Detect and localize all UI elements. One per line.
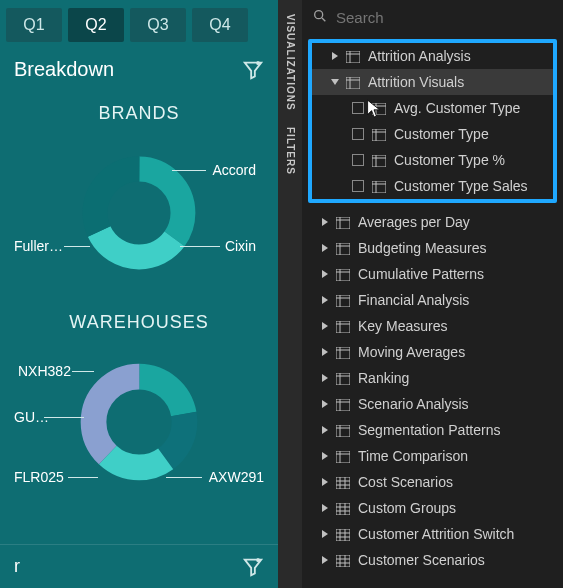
chevron-right-icon: [322, 244, 328, 252]
brands-donut-chart: Accord Cixin Fuller…: [0, 128, 278, 298]
brands-chart-title: BRANDS: [0, 103, 278, 124]
field-attrition-analysis[interactable]: Attrition Analysis: [312, 43, 553, 69]
chevron-right-icon: [322, 504, 328, 512]
field-item[interactable]: Budgeting Measures: [302, 235, 563, 261]
field-item[interactable]: Segmentation Patterns: [302, 417, 563, 443]
quarter-tabs: Q1 Q2 Q3 Q4: [0, 0, 278, 48]
checkbox[interactable]: [352, 102, 364, 114]
table-icon: [372, 102, 386, 114]
field-item[interactable]: Key Measures: [302, 313, 563, 339]
search-icon: [312, 8, 328, 27]
filter-icon[interactable]: [242, 59, 264, 81]
field-item[interactable]: Scenario Analysis: [302, 391, 563, 417]
field-label: Attrition Visuals: [368, 74, 547, 90]
field-label: Segmentation Patterns: [358, 422, 557, 438]
field-label: Customer Type: [394, 126, 547, 142]
field-label: Moving Averages: [358, 344, 557, 360]
chevron-right-icon: [322, 530, 328, 538]
svg-rect-36: [336, 295, 350, 307]
dashboard-pane: Q1 Q2 Q3 Q4 Breakdown BRANDS Accord Cixi…: [0, 0, 278, 588]
field-item[interactable]: Customer Scenarios: [302, 547, 563, 573]
fields-pane: Attrition Analysis Attrition Visuals Avg…: [302, 0, 563, 588]
checkbox[interactable]: [352, 154, 364, 166]
wh-label-flr: FLR025: [14, 469, 64, 485]
field-item[interactable]: Cost Scenarios: [302, 469, 563, 495]
svg-rect-18: [372, 129, 386, 141]
chevron-right-icon: [322, 478, 328, 486]
chevron-right-icon: [322, 452, 328, 460]
field-item[interactable]: Averages per Day: [302, 209, 563, 235]
table-icon: [372, 128, 386, 140]
svg-rect-24: [372, 181, 386, 193]
table-icon: [336, 294, 350, 306]
side-tab-strip: VISUALIZATIONS FILTERS: [278, 0, 302, 588]
svg-rect-57: [336, 477, 350, 489]
wh-label-nxh: NXH382: [18, 363, 71, 379]
field-item[interactable]: Time Comparison: [302, 443, 563, 469]
field-label: Cost Scenarios: [358, 474, 557, 490]
field-label: Customer Type %: [394, 152, 547, 168]
table-icon: [372, 154, 386, 166]
field-item[interactable]: Cumulative Patterns: [302, 261, 563, 287]
table-icon: [336, 554, 350, 566]
field-label: Averages per Day: [358, 214, 557, 230]
field-item[interactable]: Customer Attrition Switch: [302, 521, 563, 547]
field-label: Cumulative Patterns: [358, 266, 557, 282]
field-attrition-visuals[interactable]: Attrition Visuals: [312, 69, 553, 95]
field-label: Customer Scenarios: [358, 552, 557, 568]
field-item[interactable]: Moving Averages: [302, 339, 563, 365]
tab-q2[interactable]: Q2: [68, 8, 124, 42]
table-icon: [346, 50, 360, 62]
field-label: Key Measures: [358, 318, 557, 334]
svg-rect-42: [336, 347, 350, 359]
filter-icon[interactable]: [242, 556, 264, 578]
field-item[interactable]: Financial Analysis: [302, 287, 563, 313]
table-icon: [336, 320, 350, 332]
field-child[interactable]: Customer Type %: [312, 147, 553, 173]
brands-label-accord: Accord: [212, 162, 256, 178]
search-bar[interactable]: [302, 0, 563, 35]
field-label: Ranking: [358, 370, 557, 386]
field-label: Avg. Customer Type: [394, 100, 547, 116]
side-tab-visualizations[interactable]: VISUALIZATIONS: [283, 6, 298, 119]
chevron-right-icon: [322, 270, 328, 278]
search-input[interactable]: [336, 9, 553, 26]
bottom-section-header: r: [0, 544, 278, 588]
svg-rect-54: [336, 451, 350, 463]
field-item[interactable]: Custom Groups: [302, 495, 563, 521]
highlighted-group: Attrition Analysis Attrition Visuals Avg…: [308, 39, 557, 203]
checkbox[interactable]: [352, 180, 364, 192]
chevron-right-icon: [322, 400, 328, 408]
field-label: Custom Groups: [358, 500, 557, 516]
side-tab-filters[interactable]: FILTERS: [283, 119, 298, 183]
breakdown-header: Breakdown: [0, 48, 278, 89]
field-list: Averages per DayBudgeting MeasuresCumula…: [302, 209, 563, 573]
chevron-right-icon: [322, 556, 328, 564]
svg-rect-48: [336, 399, 350, 411]
tab-q3[interactable]: Q3: [130, 8, 186, 42]
checkbox[interactable]: [352, 128, 364, 140]
field-item[interactable]: Ranking: [302, 365, 563, 391]
chevron-right-icon: [322, 348, 328, 356]
tab-q4[interactable]: Q4: [192, 8, 248, 42]
svg-rect-62: [336, 503, 350, 515]
table-icon: [336, 398, 350, 410]
chevron-right-icon: [322, 218, 328, 226]
chevron-down-icon: [331, 79, 339, 85]
table-icon: [336, 476, 350, 488]
field-label: Attrition Analysis: [368, 48, 547, 64]
svg-rect-67: [336, 529, 350, 541]
table-icon: [346, 76, 360, 88]
field-child[interactable]: Avg. Customer Type: [312, 95, 553, 121]
field-child[interactable]: Customer Type Sales: [312, 173, 553, 199]
svg-rect-39: [336, 321, 350, 333]
chevron-right-icon: [332, 52, 338, 60]
chevron-right-icon: [322, 426, 328, 434]
tab-q1[interactable]: Q1: [6, 8, 62, 42]
table-icon: [336, 346, 350, 358]
field-label: Financial Analysis: [358, 292, 557, 308]
field-label: Customer Attrition Switch: [358, 526, 557, 542]
table-icon: [372, 180, 386, 192]
field-label: Customer Type Sales: [394, 178, 547, 194]
field-child[interactable]: Customer Type: [312, 121, 553, 147]
